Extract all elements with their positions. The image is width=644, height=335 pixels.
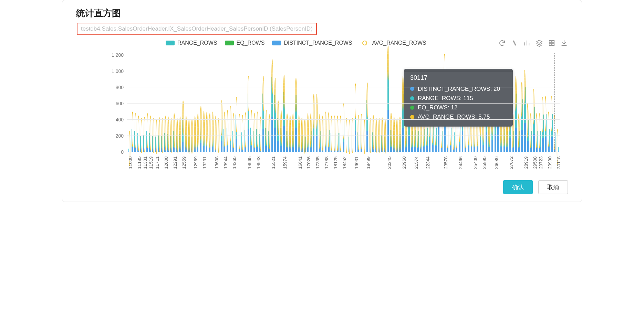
cancel-button[interactable]: 取消 bbox=[538, 180, 568, 194]
tooltip-text: AVG_RANGE_ROWS: 5.75 bbox=[418, 112, 490, 121]
modal-footer: 确认 取消 bbox=[64, 173, 580, 198]
x-tick-label bbox=[244, 153, 247, 173]
y-tick-label: 800 bbox=[116, 85, 124, 90]
x-tick-label bbox=[455, 153, 458, 173]
x-tick-label bbox=[190, 153, 193, 173]
y-gridline bbox=[127, 55, 560, 55]
x-tick-label bbox=[169, 153, 173, 173]
refresh-icon[interactable] bbox=[498, 39, 506, 47]
x-tick-label: 13944 bbox=[223, 153, 226, 173]
histogram-modal: 统计直方图 testdb4.Sales.SalesOrderHeader.IX_… bbox=[62, 0, 582, 202]
tooltip-row: EQ_ROWS: 12 bbox=[410, 103, 507, 112]
x-tick-label bbox=[369, 153, 372, 173]
grid-icon[interactable] bbox=[548, 39, 555, 47]
x-tick-label bbox=[541, 153, 544, 173]
x-tick-label bbox=[529, 153, 532, 173]
subtitle-highlight-box: testdb4.Sales.SalesOrderHeader.IX_SalesO… bbox=[77, 23, 317, 35]
x-tick-label bbox=[422, 153, 425, 173]
x-tick-label: 15974 bbox=[282, 153, 285, 173]
x-tick-label bbox=[398, 153, 402, 173]
x-tick-label bbox=[389, 153, 393, 173]
x-tick-label bbox=[485, 153, 488, 173]
x-tick-label bbox=[351, 153, 354, 173]
x-tick-label bbox=[211, 153, 214, 173]
x-tick-label: 29990 bbox=[547, 153, 550, 173]
y-gridline bbox=[127, 119, 560, 120]
x-tick-label bbox=[360, 153, 363, 173]
x-tick-label bbox=[273, 153, 277, 173]
x-tick-label bbox=[506, 153, 509, 173]
legend-item-eq-rows[interactable]: EQ_ROWS bbox=[225, 40, 265, 46]
x-tick-label: 12291 bbox=[173, 153, 176, 173]
x-tick-label: 29723 bbox=[538, 153, 541, 173]
y-tick-label: 600 bbox=[116, 101, 124, 106]
x-tick-label bbox=[479, 153, 482, 173]
chart-toolbar: RANGE_ROWS EQ_ROWS DISTINCT_RANGE_ROWS A… bbox=[64, 38, 580, 47]
x-tick-label bbox=[500, 153, 503, 173]
x-tick-label bbox=[205, 153, 208, 173]
legend-item-range-rows[interactable]: RANGE_ROWS bbox=[166, 40, 217, 46]
x-tick-label bbox=[235, 153, 238, 173]
x-tick-label bbox=[330, 153, 333, 173]
x-tick-label bbox=[152, 153, 155, 173]
legend-label: DISTINCT_RANGE_ROWS bbox=[284, 40, 352, 46]
x-tick-label bbox=[437, 153, 440, 173]
x-tick-label bbox=[518, 153, 521, 173]
x-tick-label bbox=[178, 153, 181, 173]
x-tick-label bbox=[250, 153, 253, 173]
x-tick-label bbox=[431, 153, 434, 173]
legend-label: AVG_RANGE_ROWS bbox=[372, 40, 426, 46]
x-tick-label bbox=[241, 153, 244, 173]
x-tick-label bbox=[467, 153, 470, 173]
x-tick-label bbox=[550, 153, 553, 173]
x-tick-label bbox=[357, 153, 360, 173]
x-tick-label bbox=[339, 153, 342, 173]
x-tick-label: 25995 bbox=[482, 153, 485, 173]
x-tick-label: 18452 bbox=[342, 153, 345, 173]
x-tick-label: 12969 bbox=[193, 153, 196, 173]
x-tick-label bbox=[140, 153, 143, 173]
y-gridline bbox=[127, 152, 560, 152]
x-tick-label: 17335 bbox=[315, 153, 318, 173]
x-tick-label bbox=[396, 153, 399, 173]
legend-label: EQ_ROWS bbox=[237, 40, 265, 46]
x-tick-label: 14265 bbox=[232, 153, 235, 173]
modal-title: 统计直方图 bbox=[76, 7, 568, 19]
x-tick-label bbox=[375, 153, 378, 173]
x-tick-label: 24466 bbox=[458, 153, 461, 173]
x-tick-label: 12559 bbox=[181, 153, 185, 173]
x-tick-label bbox=[175, 153, 178, 173]
x-tick-label bbox=[327, 153, 330, 173]
x-tick-label: 14943 bbox=[256, 153, 259, 173]
x-tick-label bbox=[363, 153, 366, 173]
x-tick-label bbox=[131, 153, 134, 173]
x-tick-label bbox=[160, 153, 164, 173]
x-tick-label bbox=[497, 153, 500, 173]
x-tick-label: 11519 bbox=[148, 153, 152, 173]
stack-icon[interactable] bbox=[536, 39, 543, 47]
x-tick-label bbox=[157, 153, 160, 173]
y-gridline bbox=[127, 136, 560, 136]
x-tick-label: 16641 bbox=[298, 153, 301, 173]
tooltip-row: DISTINCT_RANGE_ROWS: 20 bbox=[410, 84, 507, 94]
zoom-reset-icon[interactable] bbox=[511, 39, 518, 47]
x-tick-label: 11185 bbox=[137, 153, 140, 173]
x-tick-label bbox=[134, 153, 137, 173]
x-tick-label bbox=[285, 153, 289, 173]
download-icon[interactable] bbox=[560, 39, 568, 47]
tooltip-row: AVG_RANGE_ROWS: 5.75 bbox=[410, 112, 507, 121]
chart-area[interactable]: 02004006008001,0001,200 11000 11185 1133… bbox=[76, 49, 568, 173]
legend-item-distinct-range-rows[interactable]: DISTINCT_RANGE_ROWS bbox=[272, 40, 352, 46]
bar-icon[interactable] bbox=[523, 39, 531, 47]
x-tick-label bbox=[199, 153, 202, 173]
legend-item-avg-range-rows[interactable]: AVG_RANGE_ROWS bbox=[360, 40, 426, 46]
x-tick-label bbox=[294, 153, 298, 173]
x-tick-label: 22344 bbox=[425, 153, 428, 173]
chart-tooltip: 30117 DISTINCT_RANGE_ROWS: 20RANGE_ROWS:… bbox=[404, 69, 513, 127]
confirm-button[interactable]: 确认 bbox=[503, 180, 533, 194]
x-tick-label bbox=[226, 153, 229, 173]
swatch-line-yellow bbox=[360, 43, 370, 43]
x-tick-label bbox=[449, 153, 452, 173]
chart-container: 02004006008001,0001,200 11000 11185 1133… bbox=[64, 49, 580, 173]
x-tick-label bbox=[384, 153, 387, 173]
